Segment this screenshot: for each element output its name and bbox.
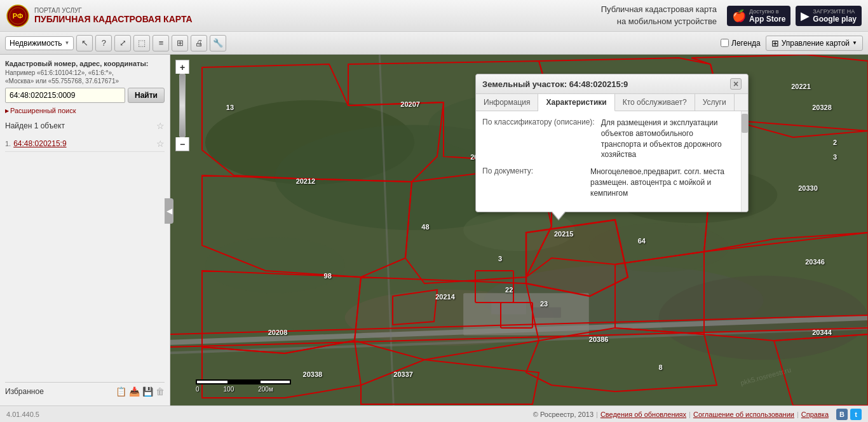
result-item[interactable]: 1. 64:48:020215:9 ☆ [5,136,165,152]
scale-segment-2 [227,379,259,385]
main-layout: Кадастровый номер, адрес, координаты: На… [0,55,868,405]
twitter-button[interactable]: t [850,409,862,420]
bookmark-icon[interactable]: ☆ [156,121,165,131]
cursor-tool[interactable]: ↖ [76,35,93,51]
document-value: Многоцелевое,предварит. согл. места разм… [590,167,735,198]
logo-text: ПОРТАЛ УСЛУГ ПУБЛИЧНАЯ КАДАСТРОВАЯ КАРТА [34,7,193,24]
map-area[interactable]: 20207 20219 20221 20328 20213 20212 48 2… [170,55,868,405]
sidebar: Кадастровый номер, адрес, координаты: На… [0,55,170,405]
results-header: Найден 1 объект ☆ [5,121,165,131]
scale-segment-3 [259,379,291,385]
search-row: Найти [5,88,165,103]
search-input[interactable] [5,88,125,103]
grid-tool[interactable]: ⊞ [172,35,188,51]
document-row: По документу: Многоцелевое,предварит. со… [482,167,735,198]
footer: 4.01.440.5 © Росреестр, 2013 | Сведения … [0,405,868,422]
vk-button[interactable]: В [836,409,848,420]
toolbar-left: Недвижимость ↖ ? ⤢ ⬚ ≡ ⊞ 🖨 🔧 [5,35,718,51]
popup-arrow [552,212,565,219]
tab-services[interactable]: Кто обслуживает? [615,94,695,111]
app-badges: 🍎 Доступно в App Store ▶ ЗАГРУЗИТЕ НА Go… [727,6,862,26]
header: РФ ПОРТАЛ УСЛУГ ПУБЛИЧНАЯ КАДАСТРОВАЯ КА… [0,0,868,32]
sidebar-collapse-arrow[interactable]: ◀ [165,198,173,224]
sidebar-spacer [5,152,165,382]
scale-label-0: 0 [196,386,200,393]
social-icons: В t [836,409,862,420]
popup-scrollbar[interactable] [741,111,748,212]
legend-checkbox[interactable] [721,39,729,47]
popup-inner: По классификатору (описание): Для размещ… [476,111,748,212]
select-tool[interactable]: ⬚ [133,35,150,51]
scale-segment-1 [196,379,227,385]
tab-information[interactable]: Информация [476,94,538,111]
zoom-out-button[interactable]: − [175,137,189,151]
favorites-section: Избранное 📋 📥 💾 🗑 [5,382,165,400]
scale-label-200: 200м [258,386,273,393]
svg-point-8 [205,237,345,293]
search-label: Кадастровый номер, адрес, координаты: [5,60,165,67]
toolbar: Недвижимость ↖ ? ⤢ ⬚ ≡ ⊞ 🖨 🔧 Легенда ⊞ У… [0,32,868,55]
copyright-text: © Росреестр, 2013 [533,411,593,418]
tab-services2[interactable]: Услуги [695,94,735,111]
svg-rect-17 [533,307,561,318]
scrollbar-thumb[interactable] [742,114,748,133]
agreement-link[interactable]: Соглашение об использовании [693,411,794,418]
tab-characteristics[interactable]: Характеристики [538,94,614,111]
google-icon: ▶ [801,9,810,23]
popup-close-button[interactable]: × [730,78,742,90]
apple-icon: 🍎 [732,9,746,23]
help-link[interactable]: Справка [801,411,829,418]
popup-title: Земельный участок: 64:48:020215:9 [482,79,730,89]
map-canvas: 20207 20219 20221 20328 20213 20212 48 2… [170,55,868,405]
layers-tool[interactable]: ≡ [153,35,169,51]
svg-text:РФ: РФ [13,12,24,20]
popup-tabs: Информация Характеристики Кто обслуживае… [476,94,748,111]
app-title: ПУБЛИЧНАЯ КАДАСТРОВАЯ КАРТА [34,14,193,24]
zoom-slider[interactable] [179,74,186,137]
fav-save-icon[interactable]: 💾 [142,386,153,397]
fav-add-icon[interactable]: 📥 [129,386,140,397]
svg-point-19 [589,223,729,272]
measure-tool[interactable]: ⤢ [114,35,131,51]
version-label: 4.01.440.5 [6,411,39,418]
updates-link[interactable]: Сведения об обновлениях [600,411,686,418]
fav-icons: 📋 📥 💾 🗑 [116,386,165,397]
search-button[interactable]: Найти [128,88,165,103]
logo-emblem: РФ [6,4,29,27]
parcel-popup: Земельный участок: 64:48:020215:9 × Инфо… [475,74,749,212]
popup-content: По классификатору (описание): Для размещ… [476,111,741,212]
scale-label-100: 100 [224,386,234,393]
svg-rect-15 [463,293,589,335]
logo-area: РФ ПОРТАЛ УСЛУГ ПУБЛИЧНАЯ КАДАСТРОВАЯ КА… [6,4,601,27]
portal-label: ПОРТАЛ УСЛУГ [34,7,193,14]
header-right: Публичная кадастровая карта на мобильном… [601,4,862,27]
toolbar-right: Легенда ⊞ Управление картой [721,36,863,51]
map-zoom-controls: + − [175,60,189,151]
scale-bar: 0 100 200м [196,379,291,393]
popup-header: Земельный участок: 64:48:020215:9 × [476,74,748,94]
info-tool[interactable]: ? [95,35,112,51]
fav-export-icon[interactable]: 📋 [116,386,126,397]
result-star-icon[interactable]: ☆ [156,139,165,149]
mobile-text: Публичная кадастровая карта на мобильном… [601,4,717,27]
classifier-row: По классификатору (описание): Для размещ… [482,118,735,160]
advanced-search-link[interactable]: Расширенный поиск [5,107,165,114]
document-key: По документу: [482,167,584,175]
classifier-value: Для размещения и эксплуатации объектов а… [601,118,735,160]
search-hint: Например «61:6:10104:12», «61:6:*», «Мос… [5,69,165,85]
googleplay-badge[interactable]: ▶ ЗАГРУЗИТЕ НА Google play [796,6,862,26]
result-link[interactable]: 64:48:020215:9 [13,139,66,148]
appstore-badge[interactable]: 🍎 Доступно в App Store [727,6,790,26]
legend-checkbox-label[interactable]: Легенда [721,39,761,48]
results-count: Найден 1 объект [5,121,65,130]
manage-map-button[interactable]: ⊞ Управление картой [766,36,863,51]
svg-rect-16 [491,300,526,314]
property-type-dropdown[interactable]: Недвижимость [5,36,74,50]
zoom-in-button[interactable]: + [175,60,189,74]
favorites-label: Избранное [5,387,44,396]
classifier-key: По классификатору (описание): [482,118,595,126]
print-tool[interactable]: 🖨 [191,35,207,51]
settings-tool[interactable]: 🔧 [210,35,226,51]
fav-delete-icon[interactable]: 🗑 [156,386,165,397]
